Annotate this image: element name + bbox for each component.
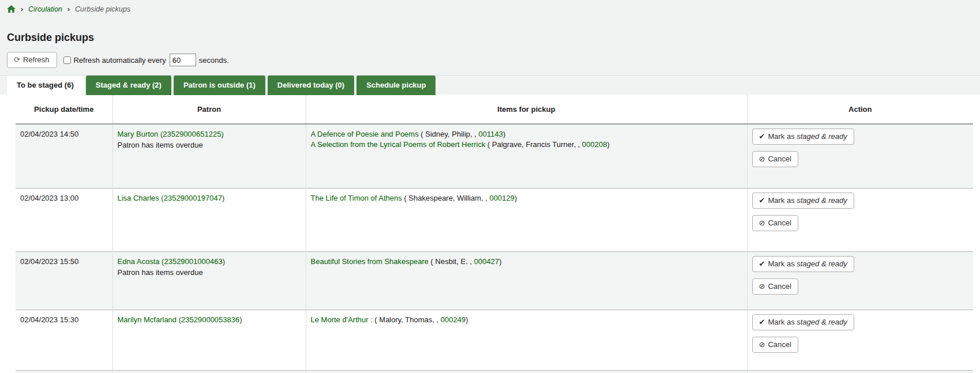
pickup-datetime: 02/04/2023 13:00: [16, 188, 112, 251]
item-number-link[interactable]: 001143: [479, 130, 503, 138]
breadcrumb-separator: ›: [21, 5, 23, 13]
check-icon: ✔: [759, 259, 765, 268]
mark-staged-ready-button[interactable]: ✔Mark as staged & ready: [752, 193, 854, 209]
item-author: ( Nesbit, E. ,: [429, 257, 474, 266]
patron-link[interactable]: Lisa Charles (23529000197047): [118, 194, 225, 202]
tab-patron-is-outside[interactable]: Patron is outside (1): [174, 76, 265, 95]
item-for-pickup: Le Morte d'Arthur : ( Malory, Thomas, , …: [311, 315, 742, 325]
table-row: 02/04/2023 15:50 Edna Acosta (2352900100…: [16, 251, 973, 310]
column-header-pickup-datetime: Pickup date/time: [16, 95, 112, 124]
tab-delivered-today[interactable]: Delivered today (0): [268, 76, 354, 95]
home-icon[interactable]: [7, 5, 16, 13]
auto-refresh-checkbox[interactable]: [63, 56, 71, 64]
to-be-staged-panel: Pickup date/time Patron Items for pickup…: [0, 95, 980, 373]
breadcrumb-circulation-link[interactable]: Circulation: [28, 5, 62, 13]
breadcrumb-current: Curbside pickups: [75, 5, 130, 13]
item-author: ( Sidney, Philip, ,: [419, 130, 479, 138]
page-title: Curbside pickups: [7, 32, 980, 44]
item-number-link[interactable]: 000427: [474, 257, 499, 266]
item-title-link[interactable]: The Life of Timon of Athens: [311, 194, 402, 202]
patron-overdue-note: Patron has items overdue: [118, 140, 301, 150]
table-row: 02/04/2023 13:00 Lisa Charles (235290001…: [16, 188, 973, 251]
column-header-items: Items for pickup: [306, 95, 747, 124]
item-number-link[interactable]: 000208: [582, 140, 607, 149]
seconds-label: seconds.: [199, 56, 229, 65]
cancel-button[interactable]: ⊘Cancel: [752, 215, 798, 231]
item-number-link[interactable]: 000249: [441, 315, 465, 324]
mark-staged-ready-button[interactable]: ✔Mark as staged & ready: [752, 314, 854, 330]
item-for-pickup: A Defence of Poesie and Poems ( Sidney, …: [311, 129, 742, 140]
cancel-button[interactable]: ⊘Cancel: [752, 151, 798, 167]
ban-icon: ⊘: [759, 218, 765, 227]
refresh-button[interactable]: ⟳Refresh: [7, 52, 57, 68]
item-title-link[interactable]: Beautiful Stories from Shakespeare: [311, 257, 429, 266]
pickup-tabs: To be staged (6) Staged & ready (2) Patr…: [0, 75, 980, 95]
item-number-link[interactable]: 000129: [489, 194, 514, 202]
item-for-pickup: A Selection from the Lyrical Poems of Ro…: [311, 140, 742, 150]
patron-link[interactable]: Marilyn Mcfarland (23529000053836): [118, 315, 242, 324]
check-icon: ✔: [759, 196, 765, 205]
check-icon: ✔: [759, 132, 765, 141]
column-header-patron: Patron: [112, 95, 306, 124]
cancel-button[interactable]: ⊘Cancel: [752, 337, 798, 353]
table-row: 02/04/2023 14:50 Mary Burton (2352900065…: [16, 124, 973, 188]
ban-icon: ⊘: [759, 340, 765, 349]
mark-staged-ready-button[interactable]: ✔Mark as staged & ready: [752, 256, 854, 272]
pickups-table: Pickup date/time Patron Items for pickup…: [16, 95, 973, 373]
item-title-link[interactable]: Le Morte d'Arthur :: [311, 315, 373, 324]
refresh-icon: ⟳: [14, 55, 20, 64]
pickup-datetime: 02/04/2023 14:50: [16, 124, 112, 188]
column-header-action: Action: [747, 95, 973, 124]
auto-refresh-label: Refresh automatically every: [73, 56, 166, 65]
patron-link[interactable]: Mary Burton (23529000651225): [118, 130, 224, 138]
patron-overdue-note: Patron has items overdue: [118, 267, 301, 278]
patron-link[interactable]: Edna Acosta (23529001000463): [118, 257, 226, 266]
ban-icon: ⊘: [759, 155, 765, 163]
tab-schedule-pickup[interactable]: Schedule pickup: [356, 76, 435, 95]
check-icon: ✔: [759, 318, 765, 326]
item-author: ( Palgrave, Francis Turner, ,: [485, 140, 582, 149]
refresh-button-label: Refresh: [23, 55, 50, 64]
table-row-partial: [16, 370, 973, 373]
pickup-datetime: 02/04/2023 15:30: [16, 310, 112, 370]
cancel-button[interactable]: ⊘Cancel: [752, 278, 798, 295]
item-for-pickup: Beautiful Stories from Shakespeare ( Nes…: [311, 257, 742, 267]
ban-icon: ⊘: [759, 282, 765, 291]
item-author: ( Shakespeare, William, ,: [402, 194, 490, 202]
table-header-row: Pickup date/time Patron Items for pickup…: [16, 95, 973, 124]
table-row: 02/04/2023 15:30 Marilyn Mcfarland (2352…: [16, 310, 973, 370]
item-author: ( Malory, Thomas, ,: [373, 315, 441, 324]
tab-staged-and-ready[interactable]: Staged & ready (2): [86, 76, 171, 95]
breadcrumb-separator: ›: [67, 5, 70, 13]
refresh-interval-input[interactable]: [170, 54, 196, 66]
item-title-link[interactable]: A Defence of Poesie and Poems: [311, 130, 419, 138]
breadcrumb: › Circulation › Curbside pickups: [0, 0, 980, 18]
refresh-controls: ⟳Refresh Refresh automatically every sec…: [7, 52, 973, 68]
tab-to-be-staged[interactable]: To be staged (6): [7, 76, 84, 95]
item-for-pickup: The Life of Timon of Athens ( Shakespear…: [311, 193, 742, 204]
mark-staged-ready-button[interactable]: ✔Mark as staged & ready: [752, 129, 854, 145]
pickup-datetime: 02/04/2023 15:50: [16, 251, 112, 310]
item-title-link[interactable]: A Selection from the Lyrical Poems of Ro…: [311, 140, 486, 149]
